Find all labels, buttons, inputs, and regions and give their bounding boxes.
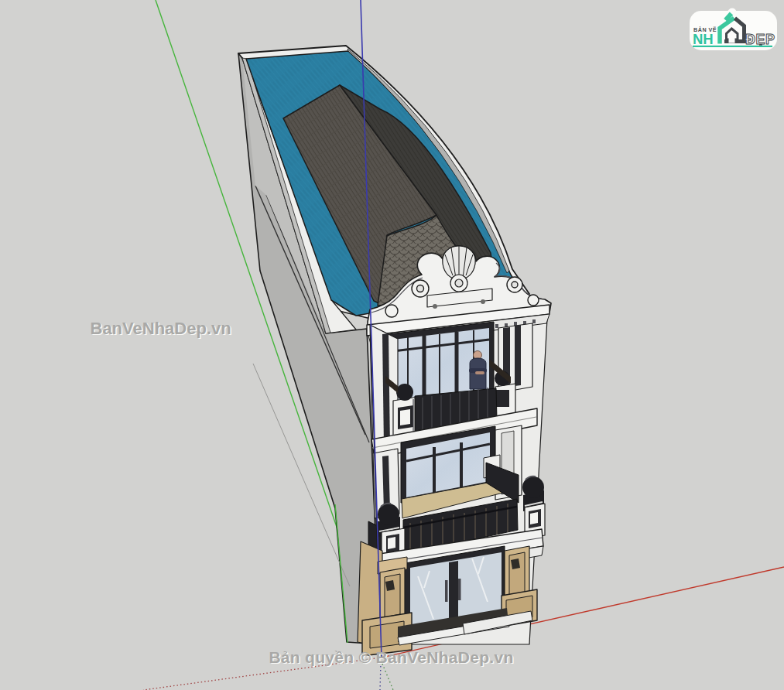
svg-text:ĐẸP: ĐẸP bbox=[745, 32, 775, 47]
svg-text:NH: NH bbox=[693, 31, 714, 47]
svg-text:Bản quyền © BanVeNhaDep.vn: Bản quyền © BanVeNhaDep.vn bbox=[269, 648, 513, 666]
svg-text:BanVeNhaDep.vn: BanVeNhaDep.vn bbox=[91, 319, 231, 338]
